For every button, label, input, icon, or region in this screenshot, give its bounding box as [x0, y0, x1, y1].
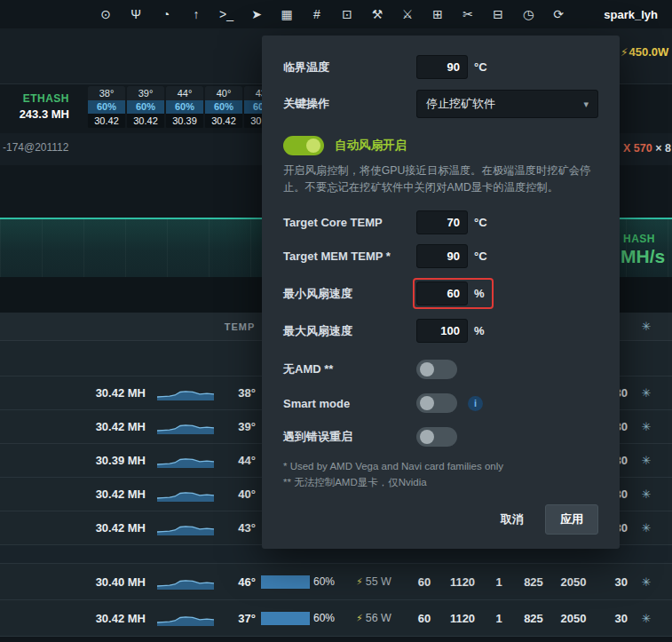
shell-icon[interactable]: >_	[211, 0, 241, 28]
autofan-settings-modal: 临界温度 °C 关键操作 停止挖矿软件 ▾ 自动风扇开启 开启风扇控制，将使GP…	[262, 36, 620, 549]
info-icon[interactable]: i	[468, 396, 483, 411]
restart-on-error-toggle[interactable]	[416, 427, 457, 447]
apps-grid-icon[interactable]: ⊞	[423, 0, 453, 28]
hashrate-sparkline	[151, 453, 220, 468]
gpu-badge[interactable]: 44° 60% 30.39	[166, 86, 203, 128]
rocket-icon[interactable]: ➤	[241, 0, 272, 28]
row-power: ⚡56 W	[352, 612, 407, 624]
critical-action-select[interactable]: 停止挖矿软件 ▾	[416, 90, 598, 118]
temp-column-header: TEMP	[220, 321, 259, 332]
toolbar-icons: ⊙ Ψ ◔ ↑ >_ ➤ ▦ # ⊡ ⚒ ⚔ ⊞ ✂ ⊟ ◷ ⟳	[91, 0, 573, 28]
row-val: 1	[484, 612, 514, 625]
gpu-badge[interactable]: 38° 60% 30.42	[88, 86, 125, 128]
refresh-icon[interactable]: ⟳	[543, 0, 573, 28]
minus-square-icon[interactable]: ⊟	[483, 0, 513, 28]
row-mem-val: 2050	[553, 575, 594, 589]
row-mem-clock: 825	[514, 575, 553, 589]
badge-temp: 44°	[166, 86, 203, 100]
row-hashrate: 30.40 MH	[0, 575, 151, 589]
row-power: ⚡55 W	[352, 575, 407, 588]
bottom-strip	[0, 637, 672, 642]
scissors-icon[interactable]: ✂	[453, 0, 483, 28]
badge-fan: 60%	[205, 100, 242, 114]
hashrate-sparkline	[151, 419, 220, 434]
row-temp: 44°	[220, 454, 259, 467]
tools-icon[interactable]: ⚒	[362, 0, 392, 28]
max-fan-unit: %	[474, 324, 485, 337]
fan-icon[interactable]: ✳	[633, 420, 660, 433]
footnote-amd: * Used by AMD Vega and Navi card familie…	[283, 461, 598, 472]
row-hashrate: 30.42 MH	[0, 612, 151, 625]
gpu-model-count: × 8	[655, 142, 671, 155]
row-temp: 43°	[220, 521, 259, 535]
no-amd-toggle[interactable]	[416, 360, 457, 379]
gpu-model: X 570 × 8	[623, 142, 671, 155]
chart-algo-label: HASH	[623, 233, 655, 245]
algo-summary: ETHASH 243.3 MH	[0, 92, 69, 121]
gpu-table-row[interactable]: 30.40 MH 46° 60% ⚡55 W 60 1120 1 825 205…	[0, 564, 672, 600]
username[interactable]: spark_lyh	[604, 8, 658, 21]
max-fan-input[interactable]	[416, 319, 468, 343]
row-fan: 60%	[259, 612, 352, 625]
fan-icon: ✳	[633, 320, 660, 333]
restart-on-error-label: 遇到错误重启	[283, 429, 416, 445]
console-icon[interactable]: ⊡	[332, 0, 362, 28]
hash-icon[interactable]: #	[302, 0, 332, 28]
timer-icon[interactable]: ◷	[513, 0, 543, 28]
power-icon[interactable]: ⊙	[91, 0, 121, 28]
power-value: 56 W	[366, 612, 391, 624]
maintenance-icon[interactable]: Ψ	[121, 0, 151, 28]
toggle-knob	[420, 430, 434, 444]
miner-pickaxe-icon[interactable]: ⚔	[392, 0, 423, 28]
autofan-toggle[interactable]	[283, 136, 324, 155]
badge-hashrate: 30.42	[205, 114, 242, 128]
farm-icon[interactable]: ▦	[272, 0, 302, 28]
fan-icon[interactable]: ✳	[633, 386, 660, 400]
max-fan-row: 最大风扇速度 %	[283, 319, 598, 343]
critical-action-label: 关键操作	[283, 96, 416, 112]
apply-button[interactable]: 应用	[545, 504, 598, 535]
row-hashrate: 30.42 MH	[0, 420, 151, 433]
fan-icon[interactable]: ✳	[633, 575, 660, 589]
row-val-last: 30	[594, 575, 633, 589]
upgrade-icon[interactable]: ↑	[181, 0, 211, 28]
fan-icon[interactable]: ✳	[633, 521, 660, 535]
fan-icon[interactable]: ✳	[633, 487, 660, 501]
total-power: ⚡450.0W	[621, 45, 668, 59]
clock-icon[interactable]: ◔	[151, 0, 181, 28]
row-temp: 37°	[220, 612, 259, 625]
gpu-badge[interactable]: 39° 60% 30.42	[127, 86, 164, 128]
target-mem-input[interactable]	[416, 244, 468, 268]
target-core-input[interactable]	[416, 210, 468, 234]
fan-icon[interactable]: ✳	[633, 454, 660, 467]
footnote-nvidia: ** 无法控制AMD显卡，仅Nvidia	[283, 476, 598, 489]
chart-unit-label: MH/s	[621, 246, 665, 267]
modal-footer: 取消 应用	[283, 504, 598, 535]
restart-on-error-row: 遇到错误重启	[283, 427, 598, 447]
badge-fan: 60%	[166, 100, 203, 114]
row-hashrate: 30.42 MH	[0, 487, 151, 501]
badge-hashrate: 30.42	[88, 114, 125, 128]
power-bolt-icon: ⚡	[356, 576, 363, 588]
fan-icon[interactable]: ✳	[633, 612, 660, 625]
target-mem-unit: °C	[474, 250, 487, 263]
target-core-label: Target Core TEMP	[283, 216, 416, 229]
min-fan-input[interactable]	[416, 281, 468, 305]
smart-mode-toggle[interactable]	[416, 393, 457, 413]
gpu-table-row[interactable]: 30.42 MH 37° 60% ⚡56 W 60 1120 1 825 205…	[0, 600, 672, 637]
autofan-description: 开启风扇控制，将使GPU接近目标温度。在极端温度时挖矿会停止。不要忘记在挖矿软件…	[283, 162, 598, 196]
critical-temp-input[interactable]	[416, 55, 468, 79]
cancel-button[interactable]: 取消	[488, 504, 536, 535]
row-val-last: 30	[594, 612, 633, 625]
min-fan-unit: %	[474, 287, 485, 300]
hashrate-sparkline	[151, 487, 220, 502]
row-core-temp-limit: 60	[407, 575, 441, 589]
min-fan-label: 最小风扇速度	[283, 286, 416, 302]
hashrate-sparkline	[151, 520, 220, 535]
row-fan: 60%	[259, 575, 352, 589]
badge-hashrate: 30.39	[166, 114, 203, 128]
gpu-badge[interactable]: 40° 60% 30.42	[205, 86, 242, 128]
badge-fan: 60%	[88, 100, 125, 114]
row-hashrate: 30.39 MH	[0, 454, 151, 467]
target-core-row: Target Core TEMP °C	[283, 210, 598, 234]
